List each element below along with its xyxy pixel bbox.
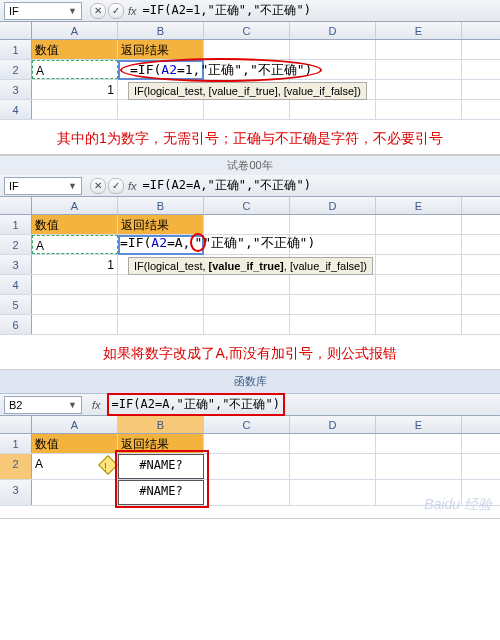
grid-row-1: 1 数值 返回结果	[0, 215, 500, 235]
cell-C1[interactable]	[204, 40, 290, 59]
name-box-value: IF	[9, 180, 19, 192]
col-header-C[interactable]: C	[204, 416, 290, 433]
formula-controls: ✕ ✓ fx	[90, 178, 137, 194]
grid-row-1: 1 数值 返回结果	[0, 40, 500, 60]
grid-row-4: 4	[0, 100, 500, 120]
formula-overlay-1: =IF(A2=1,"正确","不正确")	[120, 58, 322, 82]
chevron-down-icon[interactable]: ▼	[68, 400, 77, 410]
cell-E1[interactable]	[376, 40, 462, 59]
row-header-6[interactable]: 6	[0, 315, 32, 334]
chevron-down-icon[interactable]: ▼	[68, 181, 77, 191]
select-all-corner[interactable]	[0, 197, 32, 214]
grid-row-2: 2 A #NAME?	[0, 454, 500, 480]
grid-row-6: 6	[0, 315, 500, 335]
col-header-B[interactable]: B	[118, 197, 204, 214]
formula-overlay-2: =IF(A2=A,""正确","不正确")	[120, 233, 315, 252]
annotation-1: 其中的1为数字，无需引号；正确与不正确是字符，不必要引号	[0, 120, 500, 152]
col-header-A[interactable]: A	[32, 197, 118, 214]
formula-bar-text[interactable]: =IF(A2=1,"正确","不正确")	[143, 2, 311, 19]
row-header-2[interactable]: 2	[0, 60, 32, 79]
formula-bar-text[interactable]: =IF(A2=A,"正确","不正确")	[107, 393, 285, 416]
name-box[interactable]: IF ▼	[4, 177, 82, 195]
cell-A3[interactable]	[32, 480, 118, 505]
col-header-E[interactable]: E	[376, 197, 462, 214]
excel-panel-2: IF ▼ ✕ ✓ fx =IF(A2=A,"正确","不正确") A B C D…	[0, 175, 500, 370]
red-oval-highlight: =IF(A2=1,"正确","不正确")	[120, 58, 322, 82]
accept-icon[interactable]: ✓	[108, 3, 124, 19]
formula-tooltip: IF(logical_test, [value_if_true], [value…	[128, 82, 367, 100]
cell-B1[interactable]: 返回结果	[118, 215, 204, 234]
row-header-3[interactable]: 3	[0, 255, 32, 274]
column-headers: A B C D E	[0, 197, 500, 215]
row-header-4[interactable]: 4	[0, 275, 32, 294]
watermark: Baidu 经验	[424, 496, 492, 514]
cancel-icon[interactable]: ✕	[90, 3, 106, 19]
formula-bar-row: IF ▼ ✕ ✓ fx =IF(A2=1,"正确","不正确")	[0, 0, 500, 22]
row-header-1[interactable]: 1	[0, 215, 32, 234]
row-header-3[interactable]: 3	[0, 480, 32, 505]
row-header-5[interactable]: 5	[0, 295, 32, 314]
col-header-D[interactable]: D	[290, 197, 376, 214]
cell-A1[interactable]: 数值	[32, 40, 118, 59]
excel-panel-1: IF ▼ ✕ ✓ fx =IF(A2=1,"正确","不正确") A B C D…	[0, 0, 500, 155]
col-header-C[interactable]: C	[204, 22, 290, 39]
accept-icon[interactable]: ✓	[108, 178, 124, 194]
fx-icon[interactable]: fx	[128, 5, 137, 17]
column-headers: A B C D E	[0, 416, 500, 434]
cell-A2[interactable]: A	[32, 60, 118, 79]
formula-controls: fx	[90, 399, 101, 411]
grid-row-5: 5	[0, 295, 500, 315]
red-box-errors	[115, 450, 209, 508]
formula-tooltip: IF(logical_test, [value_if_true], [value…	[128, 257, 373, 275]
error-indicator-icon[interactable]	[101, 458, 115, 478]
col-header-A[interactable]: A	[32, 416, 118, 433]
col-header-B[interactable]: B	[118, 22, 204, 39]
formula-bar-row: IF ▼ ✕ ✓ fx =IF(A2=A,"正确","不正确")	[0, 175, 500, 197]
col-header-D[interactable]: D	[290, 22, 376, 39]
row-header-2[interactable]: 2	[0, 235, 32, 254]
name-box[interactable]: B2 ▼	[4, 396, 82, 414]
row-header-3[interactable]: 3	[0, 80, 32, 99]
chevron-down-icon[interactable]: ▼	[68, 6, 77, 16]
column-headers: A B C D E	[0, 22, 500, 40]
cell-B1[interactable]: 返回结果	[118, 40, 204, 59]
cell-D1[interactable]	[290, 40, 376, 59]
cell-A3[interactable]: 1	[32, 80, 118, 99]
cell-A2[interactable]: A	[32, 235, 118, 254]
formula-bar-text[interactable]: =IF(A2=A,"正确","不正确")	[143, 177, 311, 194]
formula-controls: ✕ ✓ fx	[90, 3, 137, 19]
select-all-corner[interactable]	[0, 22, 32, 39]
annotation-2: 如果将数字改成了A,而没有加引号，则公式报错	[0, 335, 500, 367]
fx-icon[interactable]: fx	[128, 180, 137, 192]
cell-A2[interactable]: A	[32, 454, 118, 479]
row-header-2[interactable]: 2	[0, 454, 32, 479]
row-header-1[interactable]: 1	[0, 434, 32, 453]
grid-row-4: 4	[0, 275, 500, 295]
col-header-E[interactable]: E	[376, 22, 462, 39]
ribbon-group-label: 函数库	[0, 370, 500, 394]
name-box-value: B2	[9, 399, 22, 411]
col-header-C[interactable]: C	[204, 197, 290, 214]
name-box-value: IF	[9, 5, 19, 17]
select-all-corner[interactable]	[0, 416, 32, 433]
sheet-tab-strip[interactable]: 试卷00年	[0, 155, 500, 175]
name-box[interactable]: IF ▼	[4, 2, 82, 20]
fx-icon[interactable]: fx	[92, 399, 101, 411]
cell-E2[interactable]	[376, 60, 462, 79]
row-header-4[interactable]: 4	[0, 100, 32, 119]
cancel-icon[interactable]: ✕	[90, 178, 106, 194]
col-header-B[interactable]: B	[118, 416, 204, 433]
cell-A1[interactable]: 数值	[32, 434, 118, 453]
col-header-E[interactable]: E	[376, 416, 462, 433]
cell-A1[interactable]: 数值	[32, 215, 118, 234]
cell-A3[interactable]: 1	[32, 255, 118, 274]
col-header-D[interactable]: D	[290, 416, 376, 433]
col-header-A[interactable]: A	[32, 22, 118, 39]
excel-panel-3: 函数库 B2 ▼ fx =IF(A2=A,"正确","不正确") A B C D…	[0, 370, 500, 519]
grid-row-1: 1 数值 返回结果	[0, 434, 500, 454]
cell-E3[interactable]	[376, 80, 462, 99]
formula-bar-row: B2 ▼ fx =IF(A2=A,"正确","不正确")	[0, 394, 500, 416]
row-header-1[interactable]: 1	[0, 40, 32, 59]
